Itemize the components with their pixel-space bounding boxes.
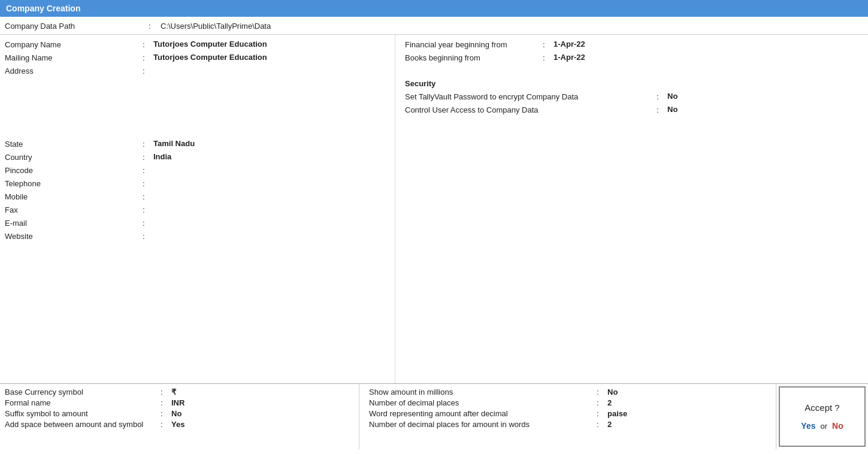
show-millions-label: Show amount in millions [369, 388, 597, 397]
mailing-name-row: Mailing Name : Tutorjoes Computer Educat… [5, 53, 390, 65]
website-colon: : [143, 231, 153, 241]
accept-no-button[interactable]: No [832, 421, 843, 431]
state-row: State : Tamil Nadu [5, 139, 390, 151]
word-representing-row: Word representing amount after decimal :… [369, 409, 771, 418]
tallyvault-colon: : [657, 92, 667, 101]
bottom-left: Base Currency symbol : ₹ Formal name : I… [0, 384, 359, 449]
data-path-row: Company Data Path : C:\Users\Public\Tall… [0, 17, 868, 35]
security-heading: Security [405, 79, 863, 88]
suffix-symbol-row: Suffix symbol to amount : No [5, 409, 354, 418]
user-access-value[interactable]: No [667, 105, 863, 114]
suffix-symbol-value[interactable]: No [171, 409, 182, 418]
add-space-value[interactable]: Yes [171, 420, 185, 429]
bottom-middle: Show amount in millions : No Number of d… [359, 384, 776, 449]
email-row: E-mail : [5, 218, 390, 230]
main-content: Company Data Path : C:\Users\Public\Tall… [0, 17, 868, 454]
country-value[interactable]: India [153, 152, 390, 161]
state-colon: : [143, 139, 153, 149]
country-row: Country : India [5, 152, 390, 164]
books-beginning-row: Books beginning from : 1-Apr-22 [405, 53, 863, 65]
address-row: Address : [5, 66, 390, 78]
tallyvault-label: Set TallyVault Password to encrypt Compa… [405, 92, 657, 101]
fax-colon: : [143, 205, 153, 214]
state-label: State [5, 139, 143, 149]
user-access-row: Control User Access to Company Data : No [405, 105, 863, 117]
address-colon: : [143, 66, 153, 75]
tallyvault-row: Set TallyVault Password to encrypt Compa… [405, 92, 863, 104]
company-name-row: Company Name : Tutorjoes Computer Educat… [5, 40, 390, 52]
decimal-places-label: Number of decimal places [369, 398, 597, 407]
suffix-symbol-label: Suffix symbol to amount [5, 409, 161, 418]
financial-year-value[interactable]: 1-Apr-22 [554, 40, 863, 49]
address-label: Address [5, 66, 143, 75]
add-space-colon: : [161, 420, 171, 429]
financial-year-colon: : [543, 40, 554, 49]
data-path-label: Company Data Path [5, 22, 149, 31]
financial-year-row: Financial year beginning from : 1-Apr-22 [405, 40, 863, 52]
mobile-colon: : [143, 192, 153, 201]
financial-year-label: Financial year beginning from [405, 40, 543, 49]
decimal-words-colon: : [597, 420, 607, 429]
show-millions-colon: : [597, 388, 607, 397]
mailing-name-label: Mailing Name [5, 53, 143, 62]
left-col: Company Name : Tutorjoes Computer Educat… [0, 35, 395, 383]
data-path-colon: : [149, 22, 161, 31]
mailing-name-colon: : [143, 53, 153, 62]
fax-label: Fax [5, 205, 143, 214]
fax-row: Fax : [5, 205, 390, 217]
right-col: Financial year beginning from : 1-Apr-22… [395, 35, 868, 383]
decimal-words-value[interactable]: 2 [607, 420, 612, 429]
suffix-symbol-colon: : [161, 409, 171, 418]
word-representing-colon: : [597, 409, 607, 418]
website-row: Website : [5, 231, 390, 243]
state-value[interactable]: Tamil Nadu [153, 139, 390, 148]
pincode-label: Pincode [5, 165, 143, 175]
show-millions-row: Show amount in millions : No [369, 388, 771, 397]
pincode-colon: : [143, 165, 153, 175]
company-name-colon: : [143, 40, 153, 49]
company-name-label: Company Name [5, 40, 143, 49]
decimal-places-row: Number of decimal places : 2 [369, 398, 771, 407]
user-access-colon: : [657, 105, 667, 114]
formal-name-value[interactable]: INR [171, 398, 185, 407]
email-label: E-mail [5, 218, 143, 228]
title-label: Company Creation [6, 4, 80, 13]
formal-name-colon: : [161, 398, 171, 407]
accept-label: Accept ? [805, 402, 839, 413]
decimal-words-label: Number of decimal places for amount in w… [369, 420, 597, 429]
show-millions-value[interactable]: No [607, 388, 618, 397]
pincode-row: Pincode : [5, 165, 390, 177]
formal-name-row: Formal name : INR [5, 398, 354, 407]
mailing-name-value[interactable]: Tutorjoes Computer Education [153, 53, 390, 62]
tallyvault-value[interactable]: No [667, 92, 863, 101]
country-label: Country [5, 152, 143, 162]
base-currency-label: Base Currency symbol [5, 388, 161, 397]
company-name-value[interactable]: Tutorjoes Computer Education [153, 40, 390, 49]
add-space-row: Add space between amount and symbol : Ye… [5, 420, 354, 429]
user-access-label: Control User Access to Company Data [405, 105, 657, 114]
decimal-places-value[interactable]: 2 [607, 398, 612, 407]
mobile-row: Mobile : [5, 192, 390, 204]
website-label: Website [5, 231, 143, 241]
add-space-label: Add space between amount and symbol [5, 420, 161, 429]
bottom-bar: Base Currency symbol : ₹ Formal name : I… [0, 383, 868, 449]
books-beginning-colon: : [543, 53, 554, 62]
telephone-colon: : [143, 178, 153, 188]
mobile-label: Mobile [5, 192, 143, 201]
data-path-value[interactable]: C:\Users\Public\TallyPrime\Data [161, 22, 271, 31]
accept-or: or [820, 422, 827, 431]
form-body: Company Name : Tutorjoes Computer Educat… [0, 35, 868, 383]
word-representing-value[interactable]: paise [607, 409, 627, 418]
base-currency-colon: : [161, 388, 171, 397]
books-beginning-value[interactable]: 1-Apr-22 [554, 53, 863, 62]
word-representing-label: Word representing amount after decimal [369, 409, 597, 418]
accept-buttons: Yes or No [801, 421, 843, 431]
email-colon: : [143, 218, 153, 228]
accept-yes-button[interactable]: Yes [801, 421, 815, 431]
title-bar: Company Creation [0, 0, 868, 17]
base-currency-row: Base Currency symbol : ₹ [5, 388, 354, 397]
books-beginning-label: Books beginning from [405, 53, 543, 62]
accept-panel: Accept ? Yes or No [779, 386, 866, 447]
decimal-words-row: Number of decimal places for amount in w… [369, 420, 771, 429]
base-currency-value[interactable]: ₹ [171, 388, 176, 397]
